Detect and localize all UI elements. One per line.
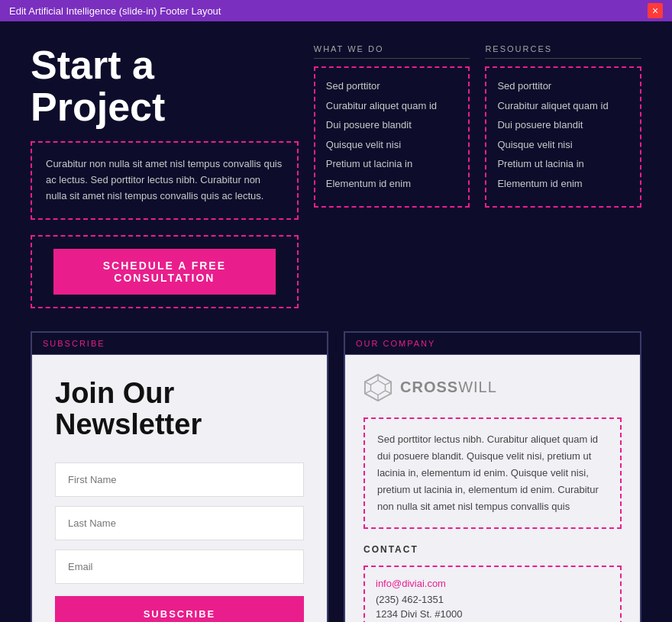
logo-text: CROSSWILL — [400, 379, 497, 396]
list-item: Sed porttitor — [497, 79, 629, 94]
resources-list: Sed porttitor Curabitur aliquet quam id … — [485, 66, 641, 208]
first-name-input[interactable] — [55, 462, 304, 497]
subscribe-label: SUBSCRIBE — [32, 333, 327, 355]
list-item: Elementum id enim — [497, 176, 629, 192]
contact-info: info@diviai.com (235) 462-1351 1234 Divi… — [363, 566, 622, 622]
company-section: OUR COMPANY CROSSWILL — [344, 331, 641, 622]
subscribe-content: Join Our Newsletter SUBSCRIBE — [32, 355, 327, 622]
bottom-sections: SUBSCRIBE Join Our Newsletter SUBSCRIBE … — [31, 331, 641, 622]
cta-button[interactable]: SCHEDULE A FREE CONSULTATION — [53, 249, 276, 295]
hero-left: Start a Project Curabitur non nulla sit … — [31, 44, 299, 308]
what-we-do-title: WHAT WE DO — [314, 44, 470, 59]
list-item: Elementum id enim — [326, 176, 458, 192]
list-item: Pretium ut lacinia in — [497, 156, 629, 172]
contact-address1: 1234 Divi St. #1000 — [376, 608, 609, 620]
title-bar: Edit Artificial Intelligence (slide-in) … — [0, 0, 672, 21]
newsletter-title: Join Our Newsletter — [55, 378, 304, 442]
list-item: Curabitur aliquet quam id — [326, 98, 458, 114]
what-we-do-list: Sed porttitor Curabitur aliquet quam id … — [314, 66, 470, 208]
contact-phone: (235) 462-1351 — [376, 594, 609, 605]
resources-column: RESOURCES Sed porttitor Curabitur alique… — [485, 44, 641, 308]
contact-title: CONTACT — [363, 544, 622, 555]
company-label: OUR COMPANY — [345, 333, 640, 355]
svg-line-4 — [386, 390, 392, 393]
company-logo-icon — [363, 373, 393, 402]
list-item: Sed porttitor — [326, 79, 458, 94]
svg-line-7 — [365, 382, 371, 385]
what-we-do-column: WHAT WE DO Sed porttitor Curabitur aliqu… — [314, 44, 470, 308]
list-item: Pretium ut lacinia in — [326, 156, 458, 172]
title-bar-text: Edit Artificial Intelligence (slide-in) … — [9, 5, 221, 17]
svg-marker-1 — [371, 380, 386, 395]
main-content: Start a Project Curabitur non nulla sit … — [0, 21, 672, 622]
company-description: Sed porttitor lectus nibh. Curabitur ali… — [363, 417, 622, 529]
company-content: CROSSWILL Sed porttitor lectus nibh. Cur… — [345, 355, 640, 622]
last-name-input[interactable] — [55, 506, 304, 540]
list-item: Dui posuere blandit — [497, 118, 629, 133]
subscribe-button[interactable]: SUBSCRIBE — [55, 596, 304, 622]
email-input[interactable] — [55, 549, 304, 584]
resources-title: RESOURCES — [485, 44, 641, 59]
cta-button-wrapper[interactable]: SCHEDULE A FREE CONSULTATION — [31, 235, 299, 308]
svg-line-3 — [386, 382, 392, 385]
subscribe-section: SUBSCRIBE Join Our Newsletter SUBSCRIBE — [31, 331, 328, 622]
company-logo: CROSSWILL — [363, 373, 622, 402]
contact-email[interactable]: info@diviai.com — [376, 578, 609, 589]
hero-title: Start a Project — [31, 44, 299, 127]
close-button[interactable]: × — [648, 3, 663, 18]
list-item: Quisque velit nisi — [326, 137, 458, 153]
hero-description: Curabitur non nulla sit amet nisl tempus… — [31, 141, 299, 219]
list-item: Dui posuere blandit — [326, 118, 458, 133]
list-item: Curabitur aliquet quam id — [497, 98, 629, 114]
top-section: Start a Project Curabitur non nulla sit … — [31, 44, 641, 308]
svg-line-6 — [365, 390, 371, 393]
list-item: Quisque velit nisi — [497, 137, 629, 153]
